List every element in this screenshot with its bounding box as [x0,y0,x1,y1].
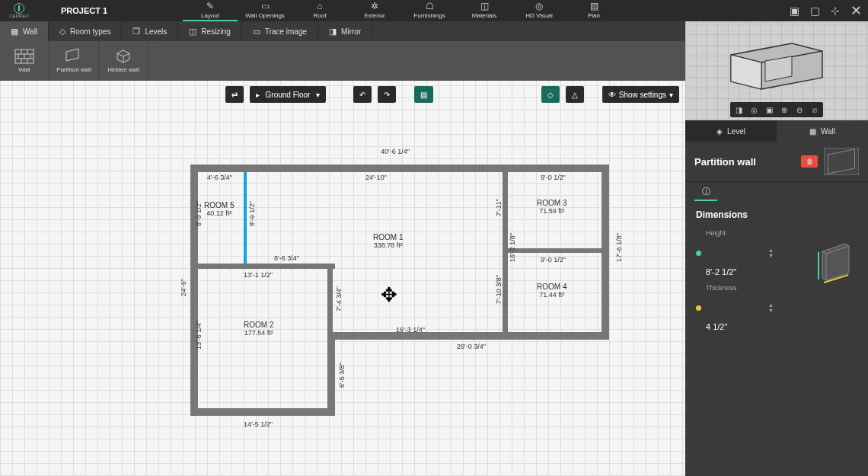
wall-bottom-right[interactable] [327,332,609,340]
subtab-mirror[interactable]: ◨Mirror [318,21,372,41]
room2-label: ROOM 2177.54 ft² [244,321,273,337]
tab-exterior[interactable]: ✲Exterior [347,0,402,21]
selected-wall[interactable] [244,172,247,264]
subtab-resizing[interactable]: ◫Resizing [178,21,241,41]
wall-r3-r4-divider[interactable] [503,248,605,253]
dim-r5-h2: 8'-9 1/2" [248,201,256,226]
subtab-room-types[interactable]: ◇Room types [49,21,122,41]
levels-icon: ❒ [132,27,140,37]
close-icon[interactable]: ✕ [850,2,862,19]
wall-top[interactable] [190,165,609,172]
tab-layout[interactable]: ✎Layout [183,0,238,21]
show-settings-button[interactable]: 👁Show settings▾ [602,86,679,103]
side-panel: ◨ ◎ ▣ ⊕ ⊖ ⎚ ◈Level ▦Wall Partition wall … [685,21,868,476]
thickness-dot [696,305,701,311]
dim-right-h: 17'-6 1/8" [615,233,623,262]
redo-button[interactable]: ↷ [378,86,396,103]
wall-bottom-left[interactable] [190,408,335,416]
floorplan[interactable]: ROOM 540.12 ft² ROOM 1338.78 ft² ROOM 37… [175,157,609,431]
brand-text: CEDREO [9,14,29,18]
tab-materials[interactable]: ◫Materials [457,0,512,21]
delete-button[interactable]: 🗑 [801,155,818,168]
wall-icon: ▦ [11,27,18,37]
move-gizmo[interactable] [381,286,404,309]
preview-3d[interactable]: ◨ ◎ ▣ ⊕ ⊖ ⎚ [685,21,868,120]
preview-zoomout-icon[interactable]: ⊖ [793,104,806,116]
thickness-stepper[interactable]: ▲▼ [768,302,774,313]
view-2d-button[interactable]: ◇ [541,86,560,103]
roof-icon: ⌂ [317,1,322,11]
logo-icon [14,3,24,14]
swap-button[interactable]: ⇄ [225,86,244,103]
exterior-icon: ✲ [371,1,378,11]
undo-button[interactable]: ↶ [353,86,372,103]
partition-tool-icon [65,49,83,64]
height-value[interactable]: 8'-2 1/2" [706,267,736,276]
tab-hd-visual[interactable]: ◎HD Visual [512,0,566,21]
side-tabs: ◈Level ▦Wall [685,120,868,142]
dim-left-h: 24'-9" [180,279,187,296]
tool-partition-wall[interactable]: Partition wall [49,41,99,81]
dim-r2-h: 13'-6 1/4" [195,321,203,350]
dim-r4-w: 9'-0 1/2" [541,256,566,264]
side-tab-level[interactable]: ◈Level [685,120,777,142]
preview-orbit-icon[interactable]: ◎ [747,104,761,116]
dim-r3-h: 7'-11" [495,199,503,216]
level-icon: ◈ [716,127,723,136]
collapse-icon[interactable]: ⊹ [831,5,840,17]
dimensions-title: Dimensions [696,209,857,220]
preview-reset-icon[interactable]: ▣ [762,104,776,116]
canvas[interactable]: ⇄ ▸Ground Floor▾ ↶ ↷ ▤ ◇ △ 👁Show setting… [0,81,685,476]
camera-icon: ◎ [535,1,543,11]
subtab-wall[interactable]: ▦Wall [0,21,49,41]
view-3d-button[interactable]: △ [566,86,584,103]
height-stepper[interactable]: ▲▼ [768,248,774,258]
save-icon[interactable]: ▢ [810,5,820,17]
layer-button[interactable]: ▤ [414,86,433,103]
panel-title: Partition wall [694,156,756,168]
height-label: Height [706,229,736,267]
tab-furnishings[interactable]: ☖Furnishings [402,0,457,21]
wall-preview-image [824,148,859,175]
resizing-icon: ◫ [189,27,196,37]
thickness-label: Thickness [706,284,737,322]
tab-wall-openings[interactable]: ▭Wall Openings [238,0,292,21]
wall-r2-right[interactable] [327,332,335,416]
preview-toolbar: ◨ ◎ ▣ ⊕ ⊖ ⎚ [730,102,823,117]
wall-r5-bottom[interactable] [190,264,335,269]
subtab-levels[interactable]: ❒Levels [122,21,178,41]
panel-header: Partition wall 🗑 [685,142,868,182]
preview-zoomin-icon[interactable]: ⊕ [777,104,791,116]
preview-mouse-icon[interactable]: ⎚ [808,104,822,116]
dim-below-r5: 8'-6 3/4" [274,254,299,262]
dim-r1-w: 24'-10" [365,174,387,181]
dim-r5-w: 4'-6 3/4" [207,174,232,181]
mirror-icon: ◨ [329,27,337,37]
thickness-value[interactable]: 4 1/2" [706,322,737,331]
preview-pan-icon[interactable]: ◨ [732,104,745,116]
room4-label: ROOM 471.44 ft² [537,283,566,299]
hidden-tool-icon [114,49,132,64]
dim-top-total: 40'-6 1/4" [381,148,410,155]
wall-r1-r2-divider[interactable] [327,264,333,336]
chat-icon[interactable]: ▣ [790,5,799,17]
tab-roof[interactable]: ⌂Roof [292,0,347,21]
wall-3d-diagram [815,240,860,293]
wall-tool-icon [15,49,34,64]
floor-selector[interactable]: ▸Ground Floor▾ [250,86,326,103]
tool-wall[interactable]: Wall [0,41,49,81]
layout-icon: ✎ [206,1,214,11]
subtab-trace-image[interactable]: ▭Trace image [242,21,318,41]
side-tab-wall[interactable]: ▦Wall [777,120,868,142]
dim-r2-bottom: 14'-5 1/2" [244,420,273,428]
tab-plan[interactable]: ▤Plan [566,0,621,21]
project-title[interactable]: PROJECT 1 [61,6,107,15]
room3-label: ROOM 371.59 ft² [537,199,566,215]
trace-icon: ▭ [253,27,260,37]
info-tab-button[interactable]: ⓘ [694,183,717,201]
logo[interactable]: CEDREO [0,2,38,20]
dim-r4-h: 7'-10 3/8" [495,275,503,304]
tool-hidden-wall[interactable]: Hidden wall [99,41,148,81]
top-right-controls: ▣ ▢ ⊹ ✕ [790,2,862,19]
roomtypes-icon: ◇ [59,27,65,37]
